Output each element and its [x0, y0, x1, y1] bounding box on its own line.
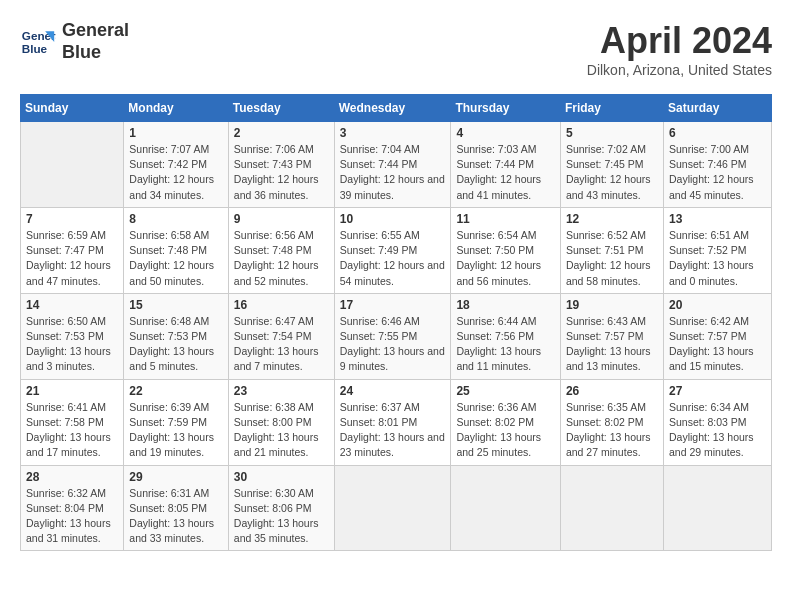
calendar-day-cell: 5Sunrise: 7:02 AMSunset: 7:45 PMDaylight…: [560, 122, 663, 208]
calendar-day-cell: 20Sunrise: 6:42 AMSunset: 7:57 PMDayligh…: [663, 293, 771, 379]
day-number: 22: [129, 384, 222, 398]
calendar-day-cell: 27Sunrise: 6:34 AMSunset: 8:03 PMDayligh…: [663, 379, 771, 465]
weekday-header-cell: Friday: [560, 95, 663, 122]
svg-text:Blue: Blue: [22, 41, 48, 54]
day-number: 18: [456, 298, 555, 312]
calendar-day-cell: 11Sunrise: 6:54 AMSunset: 7:50 PMDayligh…: [451, 207, 561, 293]
calendar-day-cell: 16Sunrise: 6:47 AMSunset: 7:54 PMDayligh…: [228, 293, 334, 379]
calendar-day-cell: 1Sunrise: 7:07 AMSunset: 7:42 PMDaylight…: [124, 122, 228, 208]
calendar-day-cell: 26Sunrise: 6:35 AMSunset: 8:02 PMDayligh…: [560, 379, 663, 465]
day-info: Sunrise: 6:54 AMSunset: 7:50 PMDaylight:…: [456, 228, 555, 289]
day-info: Sunrise: 6:36 AMSunset: 8:02 PMDaylight:…: [456, 400, 555, 461]
logo-text: General Blue: [62, 20, 129, 63]
day-number: 7: [26, 212, 118, 226]
logo: General Blue General Blue: [20, 20, 129, 63]
page-header: General Blue General Blue April 2024 Dil…: [20, 20, 772, 78]
month-title: April 2024: [587, 20, 772, 62]
weekday-header-cell: Tuesday: [228, 95, 334, 122]
calendar-header: SundayMondayTuesdayWednesdayThursdayFrid…: [21, 95, 772, 122]
calendar-day-cell: 3Sunrise: 7:04 AMSunset: 7:44 PMDaylight…: [334, 122, 451, 208]
day-info: Sunrise: 6:43 AMSunset: 7:57 PMDaylight:…: [566, 314, 658, 375]
day-info: Sunrise: 6:46 AMSunset: 7:55 PMDaylight:…: [340, 314, 446, 375]
day-number: 14: [26, 298, 118, 312]
day-number: 9: [234, 212, 329, 226]
weekday-header-row: SundayMondayTuesdayWednesdayThursdayFrid…: [21, 95, 772, 122]
calendar-day-cell: 10Sunrise: 6:55 AMSunset: 7:49 PMDayligh…: [334, 207, 451, 293]
day-info: Sunrise: 7:00 AMSunset: 7:46 PMDaylight:…: [669, 142, 766, 203]
calendar-day-cell: 18Sunrise: 6:44 AMSunset: 7:56 PMDayligh…: [451, 293, 561, 379]
day-info: Sunrise: 6:35 AMSunset: 8:02 PMDaylight:…: [566, 400, 658, 461]
calendar-day-cell: [21, 122, 124, 208]
weekday-header-cell: Thursday: [451, 95, 561, 122]
calendar-day-cell: 14Sunrise: 6:50 AMSunset: 7:53 PMDayligh…: [21, 293, 124, 379]
day-info: Sunrise: 6:38 AMSunset: 8:00 PMDaylight:…: [234, 400, 329, 461]
day-info: Sunrise: 6:34 AMSunset: 8:03 PMDaylight:…: [669, 400, 766, 461]
day-info: Sunrise: 6:30 AMSunset: 8:06 PMDaylight:…: [234, 486, 329, 547]
calendar-day-cell: [334, 465, 451, 551]
day-info: Sunrise: 6:42 AMSunset: 7:57 PMDaylight:…: [669, 314, 766, 375]
calendar-day-cell: 29Sunrise: 6:31 AMSunset: 8:05 PMDayligh…: [124, 465, 228, 551]
calendar-week-row: 7Sunrise: 6:59 AMSunset: 7:47 PMDaylight…: [21, 207, 772, 293]
day-number: 19: [566, 298, 658, 312]
calendar-week-row: 14Sunrise: 6:50 AMSunset: 7:53 PMDayligh…: [21, 293, 772, 379]
calendar-day-cell: 19Sunrise: 6:43 AMSunset: 7:57 PMDayligh…: [560, 293, 663, 379]
calendar-day-cell: [663, 465, 771, 551]
calendar-day-cell: 8Sunrise: 6:58 AMSunset: 7:48 PMDaylight…: [124, 207, 228, 293]
calendar-day-cell: 24Sunrise: 6:37 AMSunset: 8:01 PMDayligh…: [334, 379, 451, 465]
location: Dilkon, Arizona, United States: [587, 62, 772, 78]
day-number: 27: [669, 384, 766, 398]
day-number: 25: [456, 384, 555, 398]
day-number: 23: [234, 384, 329, 398]
day-info: Sunrise: 6:51 AMSunset: 7:52 PMDaylight:…: [669, 228, 766, 289]
day-info: Sunrise: 6:55 AMSunset: 7:49 PMDaylight:…: [340, 228, 446, 289]
day-number: 20: [669, 298, 766, 312]
weekday-header-cell: Wednesday: [334, 95, 451, 122]
calendar-day-cell: 13Sunrise: 6:51 AMSunset: 7:52 PMDayligh…: [663, 207, 771, 293]
calendar-day-cell: 22Sunrise: 6:39 AMSunset: 7:59 PMDayligh…: [124, 379, 228, 465]
day-number: 24: [340, 384, 446, 398]
calendar-day-cell: 9Sunrise: 6:56 AMSunset: 7:48 PMDaylight…: [228, 207, 334, 293]
calendar-day-cell: 23Sunrise: 6:38 AMSunset: 8:00 PMDayligh…: [228, 379, 334, 465]
day-info: Sunrise: 6:44 AMSunset: 7:56 PMDaylight:…: [456, 314, 555, 375]
day-number: 10: [340, 212, 446, 226]
calendar-body: 1Sunrise: 7:07 AMSunset: 7:42 PMDaylight…: [21, 122, 772, 551]
title-block: April 2024 Dilkon, Arizona, United State…: [587, 20, 772, 78]
day-info: Sunrise: 7:03 AMSunset: 7:44 PMDaylight:…: [456, 142, 555, 203]
weekday-header-cell: Sunday: [21, 95, 124, 122]
day-number: 26: [566, 384, 658, 398]
calendar-day-cell: 4Sunrise: 7:03 AMSunset: 7:44 PMDaylight…: [451, 122, 561, 208]
calendar-day-cell: [560, 465, 663, 551]
day-number: 3: [340, 126, 446, 140]
calendar-day-cell: 21Sunrise: 6:41 AMSunset: 7:58 PMDayligh…: [21, 379, 124, 465]
day-number: 5: [566, 126, 658, 140]
calendar-day-cell: 12Sunrise: 6:52 AMSunset: 7:51 PMDayligh…: [560, 207, 663, 293]
weekday-header-cell: Monday: [124, 95, 228, 122]
calendar-table: SundayMondayTuesdayWednesdayThursdayFrid…: [20, 94, 772, 551]
day-number: 12: [566, 212, 658, 226]
day-number: 4: [456, 126, 555, 140]
calendar-day-cell: 6Sunrise: 7:00 AMSunset: 7:46 PMDaylight…: [663, 122, 771, 208]
calendar-week-row: 1Sunrise: 7:07 AMSunset: 7:42 PMDaylight…: [21, 122, 772, 208]
day-number: 21: [26, 384, 118, 398]
day-number: 28: [26, 470, 118, 484]
day-info: Sunrise: 6:32 AMSunset: 8:04 PMDaylight:…: [26, 486, 118, 547]
day-info: Sunrise: 7:04 AMSunset: 7:44 PMDaylight:…: [340, 142, 446, 203]
day-number: 13: [669, 212, 766, 226]
day-info: Sunrise: 6:59 AMSunset: 7:47 PMDaylight:…: [26, 228, 118, 289]
calendar-day-cell: 2Sunrise: 7:06 AMSunset: 7:43 PMDaylight…: [228, 122, 334, 208]
calendar-week-row: 21Sunrise: 6:41 AMSunset: 7:58 PMDayligh…: [21, 379, 772, 465]
day-info: Sunrise: 6:39 AMSunset: 7:59 PMDaylight:…: [129, 400, 222, 461]
day-info: Sunrise: 6:41 AMSunset: 7:58 PMDaylight:…: [26, 400, 118, 461]
day-info: Sunrise: 7:07 AMSunset: 7:42 PMDaylight:…: [129, 142, 222, 203]
calendar-day-cell: [451, 465, 561, 551]
day-number: 30: [234, 470, 329, 484]
calendar-day-cell: 7Sunrise: 6:59 AMSunset: 7:47 PMDaylight…: [21, 207, 124, 293]
day-number: 16: [234, 298, 329, 312]
day-number: 1: [129, 126, 222, 140]
weekday-header-cell: Saturday: [663, 95, 771, 122]
logo-icon: General Blue: [20, 24, 56, 60]
day-info: Sunrise: 6:31 AMSunset: 8:05 PMDaylight:…: [129, 486, 222, 547]
day-info: Sunrise: 6:52 AMSunset: 7:51 PMDaylight:…: [566, 228, 658, 289]
day-info: Sunrise: 7:06 AMSunset: 7:43 PMDaylight:…: [234, 142, 329, 203]
day-info: Sunrise: 7:02 AMSunset: 7:45 PMDaylight:…: [566, 142, 658, 203]
